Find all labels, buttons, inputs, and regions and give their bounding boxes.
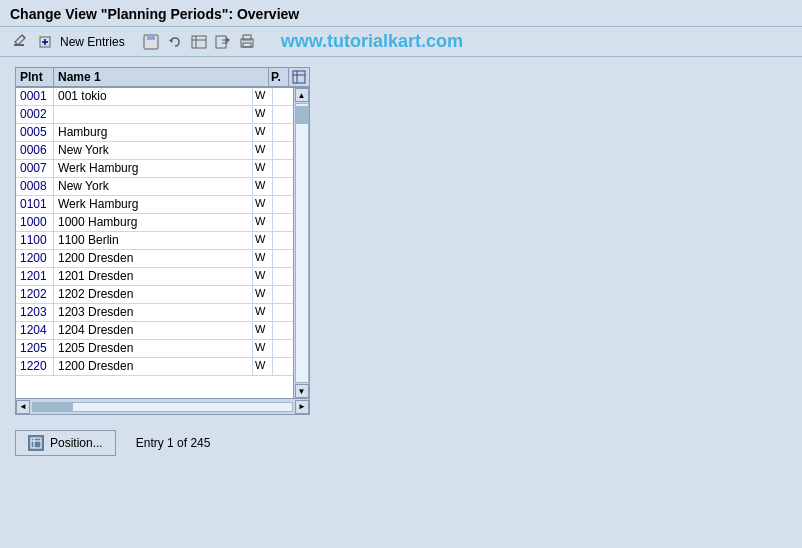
cell-p: W: [253, 88, 273, 105]
cell-icon: [273, 304, 293, 321]
table-row[interactable]: 1100 1100 Berlin W: [16, 232, 293, 250]
cell-icon: [273, 178, 293, 195]
cell-p: W: [253, 250, 273, 267]
vertical-scrollbar[interactable]: ▲ ▼: [293, 88, 309, 398]
cell-plnt: 0005: [16, 124, 54, 141]
cell-icon: [273, 124, 293, 141]
cell-p: W: [253, 160, 273, 177]
cell-plnt: 0002: [16, 106, 54, 123]
page-title: Change View "Planning Periods": Overview: [10, 6, 299, 22]
cell-icon: [273, 358, 293, 375]
position-area: Position... Entry 1 of 245: [15, 430, 210, 456]
position-btn-icon: [28, 435, 44, 451]
title-bar: Change View "Planning Periods": Overview: [0, 0, 802, 27]
undo-icon[interactable]: [165, 32, 185, 52]
scroll-thumb[interactable]: [296, 106, 308, 124]
cell-name: Werk Hamburg: [54, 196, 253, 213]
scroll-left-btn[interactable]: ◄: [16, 400, 30, 414]
position-button[interactable]: Position...: [15, 430, 116, 456]
cell-icon: [273, 160, 293, 177]
cell-name: 1100 Berlin: [54, 232, 253, 249]
cell-plnt: 1100: [16, 232, 54, 249]
new-entries-button[interactable]: New Entries: [34, 32, 129, 52]
cell-name: Werk Hamburg: [54, 160, 253, 177]
svg-line-2: [22, 35, 25, 38]
cell-icon: [273, 142, 293, 159]
data-table: Plnt Name 1 P. 0001 001 tokio W 0002: [15, 67, 310, 415]
table-row[interactable]: 0002 W: [16, 106, 293, 124]
cell-plnt: 1201: [16, 268, 54, 285]
scroll-right-btn[interactable]: ►: [295, 400, 309, 414]
cell-p: W: [253, 232, 273, 249]
cell-icon: [273, 196, 293, 213]
table-settings-icon[interactable]: [189, 32, 209, 52]
export-icon[interactable]: [213, 32, 233, 52]
cell-plnt: 0101: [16, 196, 54, 213]
cell-p: W: [253, 214, 273, 231]
table-row[interactable]: 0001 001 tokio W: [16, 88, 293, 106]
cell-icon: [273, 268, 293, 285]
col-header-plnt: Plnt: [16, 68, 54, 86]
svg-rect-7: [147, 35, 155, 40]
table-row[interactable]: 0006 New York W: [16, 142, 293, 160]
cell-plnt: 1205: [16, 340, 54, 357]
toolbar: New Entries: [0, 27, 802, 57]
new-entries-icon: [38, 33, 56, 51]
cell-name: 1200 Dresden: [54, 358, 253, 375]
cell-name: 1200 Dresden: [54, 250, 253, 267]
svg-rect-23: [31, 438, 41, 448]
table-row[interactable]: 1204 1204 Dresden W: [16, 322, 293, 340]
cell-plnt: 0007: [16, 160, 54, 177]
scroll-track[interactable]: [295, 103, 309, 383]
print-icon[interactable]: [237, 32, 257, 52]
h-scroll-track[interactable]: [32, 402, 293, 412]
cell-icon: [273, 88, 293, 105]
table-row[interactable]: 1205 1205 Dresden W: [16, 340, 293, 358]
cell-plnt: 0001: [16, 88, 54, 105]
cell-p: W: [253, 124, 273, 141]
cell-plnt: 1202: [16, 286, 54, 303]
cell-p: W: [253, 322, 273, 339]
svg-rect-10: [192, 36, 206, 48]
table-row[interactable]: 1202 1202 Dresden W: [16, 286, 293, 304]
h-scroll-thumb[interactable]: [33, 403, 73, 411]
cell-p: W: [253, 196, 273, 213]
watermark-text: www.tutorialkart.com: [281, 31, 463, 52]
table-row[interactable]: 1220 1200 Dresden W: [16, 358, 293, 376]
svg-marker-16: [226, 37, 230, 43]
cell-icon: [273, 106, 293, 123]
cell-p: W: [253, 268, 273, 285]
col-header-p: P.: [269, 68, 289, 86]
table-row[interactable]: 0008 New York W: [16, 178, 293, 196]
table-row[interactable]: 1203 1203 Dresden W: [16, 304, 293, 322]
table-body-wrapper: 0001 001 tokio W 0002 W 0005 Hamburg W 0…: [16, 88, 309, 398]
scroll-up-btn[interactable]: ▲: [295, 88, 309, 102]
cell-plnt: 1000: [16, 214, 54, 231]
svg-rect-20: [293, 71, 305, 83]
cell-p: W: [253, 178, 273, 195]
cell-icon: [273, 340, 293, 357]
table-row[interactable]: 0007 Werk Hamburg W: [16, 160, 293, 178]
scroll-down-btn[interactable]: ▼: [295, 384, 309, 398]
save-icon[interactable]: [141, 32, 161, 52]
table-row[interactable]: 0101 Werk Hamburg W: [16, 196, 293, 214]
table-row[interactable]: 0005 Hamburg W: [16, 124, 293, 142]
table-row[interactable]: 1201 1201 Dresden W: [16, 268, 293, 286]
cell-icon: [273, 250, 293, 267]
cell-p: W: [253, 142, 273, 159]
cell-icon: [273, 322, 293, 339]
table-row[interactable]: 1200 1200 Dresden W: [16, 250, 293, 268]
table-row[interactable]: 1000 1000 Hamburg W: [16, 214, 293, 232]
cell-name: 1205 Dresden: [54, 340, 253, 357]
cell-plnt: 0006: [16, 142, 54, 159]
cell-plnt: 1203: [16, 304, 54, 321]
cell-p: W: [253, 358, 273, 375]
cell-name: 1000 Hamburg: [54, 214, 253, 231]
table-header: Plnt Name 1 P.: [16, 68, 309, 88]
cell-plnt: 0008: [16, 178, 54, 195]
cell-icon: [273, 232, 293, 249]
edit-icon[interactable]: [10, 32, 30, 52]
cell-name: New York: [54, 142, 253, 159]
cell-p: W: [253, 340, 273, 357]
svg-marker-9: [169, 39, 173, 43]
